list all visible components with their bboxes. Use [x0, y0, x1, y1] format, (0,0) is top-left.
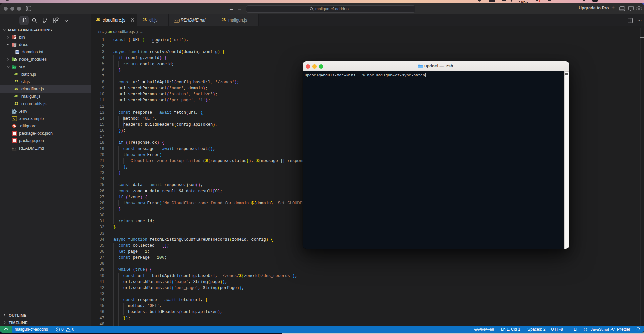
svg-text:</>: </>: [13, 66, 17, 69]
